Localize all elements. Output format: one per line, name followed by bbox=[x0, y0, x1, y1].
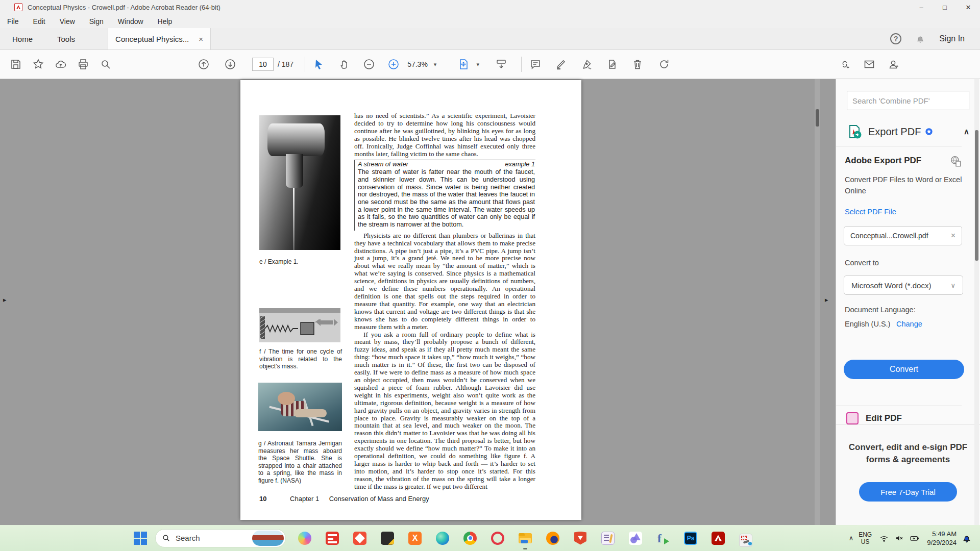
selection-tool-icon[interactable] bbox=[310, 56, 328, 73]
brave-icon[interactable] bbox=[574, 532, 587, 545]
document-viewport[interactable]: e / Example 1. f / The time for one cycl… bbox=[0, 79, 836, 525]
print-icon[interactable] bbox=[75, 56, 92, 73]
sign-in-button[interactable]: Sign In bbox=[939, 34, 965, 43]
document-scrollbar-thumb[interactable] bbox=[816, 109, 819, 127]
tools-sidebar: Export PDF ∧ Adobe Export PDF Convert PD… bbox=[836, 79, 980, 525]
tray-time: 5:49 AM bbox=[927, 530, 957, 538]
maximize-button[interactable]: □ bbox=[933, 0, 957, 14]
opera-gx-icon[interactable] bbox=[491, 532, 504, 545]
star-favorite-icon[interactable] bbox=[30, 56, 47, 73]
promo-heading: Convert, edit and e-sign PDF forms & agr… bbox=[842, 441, 974, 466]
zoom-out-icon[interactable] bbox=[360, 56, 378, 73]
acrobat-window: Conceptual Physics - Crowell.pdf - Adobe… bbox=[0, 0, 980, 551]
cloud-upload-icon[interactable] bbox=[52, 56, 69, 73]
selected-file-chip[interactable]: Conceptual...Crowell.pdf × bbox=[844, 226, 962, 245]
file-explorer-icon[interactable] bbox=[519, 532, 532, 545]
select-pdf-file-link[interactable]: Select PDF File bbox=[845, 208, 896, 216]
red-diamond-app-icon[interactable] bbox=[353, 532, 366, 545]
menu-help[interactable]: Help bbox=[151, 14, 180, 28]
tools-search-input[interactable] bbox=[847, 91, 969, 110]
battery-icon[interactable] bbox=[910, 533, 920, 543]
menu-bar: File Edit View Sign Window Help bbox=[0, 14, 980, 28]
chrome-icon[interactable] bbox=[463, 532, 477, 545]
tab-home[interactable]: Home bbox=[0, 28, 45, 49]
tab-document-label: Conceptual Physics... bbox=[115, 35, 189, 43]
menu-sign[interactable]: Sign bbox=[82, 14, 111, 28]
online-service-icon bbox=[949, 155, 963, 168]
fit-page-caret-icon[interactable]: ▾ bbox=[476, 61, 479, 68]
edit-pdf-row[interactable]: Edit PDF bbox=[846, 412, 969, 424]
zoom-level-value[interactable]: 57.3% bbox=[407, 60, 428, 68]
wifi-icon[interactable] bbox=[879, 533, 889, 543]
format-dropdown-value: Microsoft Word (*.docx) bbox=[851, 281, 931, 290]
minimize-button[interactable]: – bbox=[910, 0, 933, 14]
free-trial-button[interactable]: Free 7-Day Trial bbox=[859, 482, 957, 502]
share-link-icon[interactable] bbox=[836, 56, 853, 73]
menu-file[interactable]: File bbox=[0, 14, 26, 28]
tab-close-icon[interactable]: × bbox=[199, 35, 203, 43]
left-panel-expand-icon[interactable]: ▸ bbox=[3, 296, 7, 304]
figure-e-caption: e / Example 1. bbox=[259, 258, 341, 266]
copilot-icon[interactable] bbox=[298, 532, 311, 545]
convert-to-label: Convert to bbox=[845, 259, 879, 267]
language-indicator[interactable]: ENG US bbox=[859, 531, 872, 545]
hand-tool-icon[interactable] bbox=[336, 56, 353, 73]
sidebar-scrollbar-thumb[interactable] bbox=[975, 130, 978, 261]
selected-file-name: Conceptual...Crowell.pdf bbox=[850, 232, 928, 240]
xampp-icon[interactable]: X bbox=[408, 532, 422, 545]
document-scrollbar[interactable] bbox=[815, 79, 820, 525]
firefox-icon[interactable] bbox=[546, 532, 559, 545]
rotate-pages-icon[interactable] bbox=[655, 56, 673, 73]
search-highlight-image[interactable] bbox=[252, 531, 284, 546]
panel-collapse-icon[interactable]: ∧ bbox=[964, 127, 969, 136]
save-icon[interactable] bbox=[7, 56, 24, 73]
journal-icon[interactable] bbox=[601, 532, 615, 545]
sign-pen-icon[interactable] bbox=[578, 56, 595, 73]
find-icon[interactable] bbox=[97, 56, 114, 73]
close-button[interactable]: ✕ bbox=[957, 0, 980, 14]
remove-file-icon[interactable]: × bbox=[951, 231, 955, 240]
sidebar-scrollbar[interactable] bbox=[974, 79, 979, 525]
toolbar-collapse-icon[interactable] bbox=[493, 56, 510, 73]
help-icon[interactable]: ? bbox=[890, 33, 901, 44]
change-language-link[interactable]: Change bbox=[896, 320, 922, 328]
notification-bell-icon[interactable] bbox=[915, 33, 926, 44]
next-page-icon[interactable] bbox=[222, 56, 239, 73]
dark-notes-app-icon[interactable] bbox=[381, 532, 394, 545]
notification-center-icon[interactable] bbox=[962, 533, 972, 543]
zoom-in-icon[interactable] bbox=[385, 56, 402, 73]
tray-overflow-icon[interactable]: ∧ bbox=[849, 534, 854, 542]
windows-start-icon[interactable] bbox=[134, 532, 147, 545]
menu-edit[interactable]: Edit bbox=[26, 14, 53, 28]
example-box: A stream of water example 1 The stream o… bbox=[354, 160, 535, 230]
delete-pages-icon[interactable] bbox=[629, 56, 646, 73]
tab-tools[interactable]: Tools bbox=[45, 28, 87, 49]
acrobat-taskbar-icon[interactable] bbox=[712, 532, 725, 545]
menu-view[interactable]: View bbox=[53, 14, 82, 28]
snip-overlay-icon[interactable] bbox=[739, 534, 752, 547]
convert-button[interactable]: Convert bbox=[844, 360, 964, 379]
email-icon[interactable] bbox=[861, 56, 878, 73]
zoom-caret-icon[interactable]: ▾ bbox=[434, 61, 437, 68]
fill-sign-icon[interactable] bbox=[603, 56, 621, 73]
highlight-icon[interactable] bbox=[552, 56, 570, 73]
page-footer: 10 Chapter 1 Conservation of Mass and En… bbox=[259, 495, 555, 503]
search-icon bbox=[162, 534, 170, 542]
tab-document[interactable]: Conceptual Physics... × bbox=[108, 28, 211, 49]
comment-icon[interactable] bbox=[527, 56, 544, 73]
format-factory-icon[interactable]: f bbox=[656, 532, 670, 545]
fit-page-icon[interactable] bbox=[455, 56, 472, 73]
geometry-app-icon[interactable] bbox=[629, 532, 642, 545]
page-number-input[interactable] bbox=[252, 58, 274, 71]
taskbar-search[interactable]: Search bbox=[155, 529, 286, 547]
volume-muted-icon[interactable] bbox=[894, 533, 904, 543]
share-person-icon[interactable] bbox=[885, 56, 902, 73]
clock[interactable]: 5:49 AM 9/29/2024 bbox=[927, 530, 957, 547]
format-dropdown[interactable]: Microsoft Word (*.docx) ∨ bbox=[844, 276, 963, 295]
red-stripes-app-icon[interactable] bbox=[326, 532, 339, 545]
previous-page-icon[interactable] bbox=[195, 56, 212, 73]
edge-icon[interactable] bbox=[436, 532, 449, 545]
photoshop-icon[interactable]: Ps bbox=[684, 532, 697, 545]
menu-window[interactable]: Window bbox=[111, 14, 151, 28]
right-panel-collapse-icon[interactable]: ▸ bbox=[825, 296, 828, 304]
